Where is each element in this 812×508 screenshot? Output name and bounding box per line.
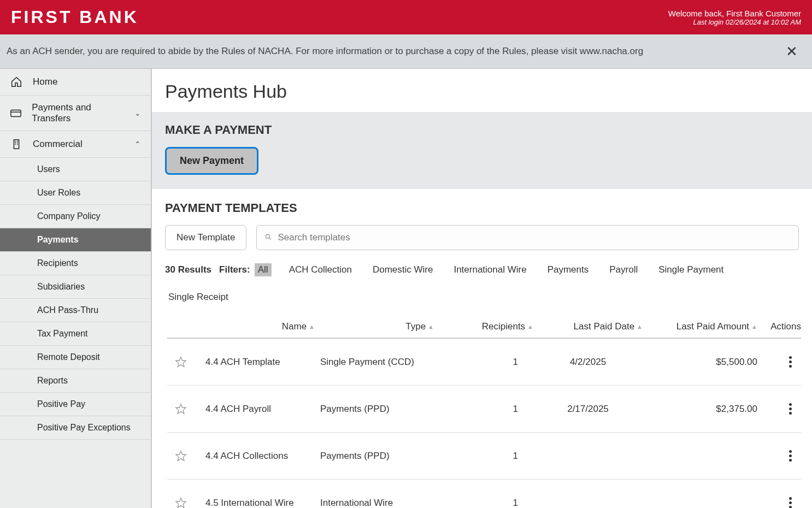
welcome-block: Welcome back, First Bank Customer Last l…	[668, 9, 801, 26]
make-payment-heading: MAKE A PAYMENT	[165, 123, 799, 137]
row-actions-button[interactable]	[784, 401, 797, 417]
sidebar-item-payments-transfers[interactable]: Payments and Transfers ⌄	[0, 96, 151, 131]
cell-type: International Wire	[320, 498, 446, 509]
table-row: 4.5 International Wire International Wir…	[167, 480, 801, 508]
sidebar-item-home[interactable]: Home	[0, 69, 151, 96]
cell-type: Payments (PPD)	[320, 451, 446, 462]
chevron-down-icon: ⌄	[134, 109, 141, 117]
row-actions-button[interactable]	[784, 495, 797, 508]
sidebar-item-label: Commercial	[33, 139, 83, 150]
home-icon	[10, 75, 23, 88]
svg-line-10	[269, 238, 271, 239]
star-icon[interactable]	[175, 497, 187, 509]
templates-table: Name▲ Type▲ Recipients▲ Last Paid Date▲ …	[167, 317, 801, 508]
cell-name: 4.4 ACH Collections	[200, 451, 320, 462]
last-login-text: Last login 02/26/2024 at 10:02 AM	[668, 18, 801, 26]
card-icon	[10, 107, 22, 120]
svg-marker-13	[176, 451, 186, 460]
main-content: Payments Hub MAKE A PAYMENT New Payment …	[152, 69, 812, 508]
sidebar-item-subsidiaries[interactable]: Subsidiaries	[0, 275, 151, 299]
templates-heading: PAYMENT TEMPLATES	[165, 201, 799, 215]
row-actions-button[interactable]	[784, 354, 797, 370]
sort-icon: ▲	[527, 323, 533, 330]
new-payment-button[interactable]: New Payment	[165, 147, 258, 175]
welcome-text: Welcome back, First Bank Customer	[668, 9, 801, 18]
templates-section: PAYMENT TEMPLATES New Template 30 Result…	[152, 189, 812, 309]
results-count: 30 Results	[165, 264, 211, 275]
sidebar-item-payments[interactable]: Payments	[0, 228, 151, 252]
page-title: Payments Hub	[152, 69, 812, 112]
svg-marker-14	[176, 498, 186, 507]
cell-name: 4.4 ACH Payroll	[200, 404, 320, 415]
cell-type: Payments (PPD)	[320, 404, 446, 415]
sidebar-item-recipients[interactable]: Recipients	[0, 252, 151, 275]
filter-all[interactable]: All	[255, 263, 272, 276]
sidebar-item-commercial[interactable]: Commercial ⌃	[0, 131, 151, 158]
search-input[interactable]	[278, 232, 791, 243]
sidebar-item-company-policy[interactable]: Company Policy	[0, 205, 151, 228]
sidebar-item-label: Users	[37, 164, 60, 174]
filter-payments[interactable]: Payments	[544, 263, 592, 276]
chevron-up-icon: ⌃	[134, 140, 141, 149]
star-icon[interactable]	[175, 450, 187, 462]
cell-amount: $5,500.00	[643, 357, 757, 368]
sidebar-item-positive-pay[interactable]: Positive Pay	[0, 393, 151, 416]
sort-icon: ▲	[309, 323, 315, 330]
filter-single-payment[interactable]: Single Payment	[655, 263, 727, 276]
table-row: 4.4 ACH Collections Payments (PPD) 1	[167, 433, 801, 480]
new-template-button[interactable]: New Template	[165, 225, 246, 250]
search-templates-box[interactable]	[256, 225, 799, 250]
filter-single-receipt[interactable]: Single Receipt	[165, 291, 232, 304]
svg-marker-11	[176, 357, 186, 366]
table-row: 4.4 ACH Template Single Payment (CCD) 1 …	[167, 339, 801, 386]
logo: FIRST BANK	[11, 7, 139, 27]
col-last-paid-amount[interactable]: Last Paid Amount▲	[643, 321, 757, 332]
col-name[interactable]: Name▲	[200, 321, 320, 332]
filters-row: 30 Results Filters: All ACH Collection D…	[165, 263, 799, 304]
star-icon[interactable]	[175, 403, 187, 415]
filter-ach-collection[interactable]: ACH Collection	[286, 263, 355, 276]
sort-icon: ▲	[751, 323, 757, 330]
sidebar-item-label: Company Policy	[37, 211, 101, 221]
star-icon[interactable]	[175, 356, 187, 368]
search-icon	[264, 233, 272, 243]
sidebar-item-label: Recipients	[37, 258, 78, 268]
sidebar-item-label: User Roles	[37, 188, 80, 198]
cell-recipients: 1	[446, 404, 533, 415]
building-icon	[10, 138, 23, 151]
sort-icon: ▲	[637, 323, 643, 330]
sidebar-item-label: ACH Pass-Thru	[37, 305, 98, 315]
sidebar-item-label: Payments	[37, 235, 79, 245]
svg-point-9	[266, 234, 270, 238]
col-recipients[interactable]: Recipients▲	[446, 321, 533, 332]
sidebar-item-positive-pay-exceptions[interactable]: Positive Pay Exceptions	[0, 416, 151, 440]
sidebar-item-remote-deposit[interactable]: Remote Deposit	[0, 346, 151, 369]
cell-name: 4.4 ACH Template	[200, 357, 320, 368]
sidebar-item-ach-passthru[interactable]: ACH Pass-Thru	[0, 299, 151, 322]
sidebar-item-users[interactable]: Users	[0, 158, 151, 181]
cell-recipients: 1	[446, 498, 533, 509]
cell-recipients: 1	[446, 357, 533, 368]
row-actions-button[interactable]	[784, 448, 797, 464]
cell-name: 4.5 International Wire	[200, 498, 320, 509]
cell-recipients: 1	[446, 451, 533, 462]
sidebar-item-tax-payment[interactable]: Tax Payment	[0, 322, 151, 346]
sidebar-item-reports[interactable]: Reports	[0, 369, 151, 393]
filter-international-wire[interactable]: International Wire	[450, 263, 529, 276]
sidebar-item-label: Positive Pay Exceptions	[37, 423, 131, 433]
cell-type: Single Payment (CCD)	[320, 357, 446, 368]
sidebar-item-label: Remote Deposit	[37, 352, 100, 362]
col-last-paid-date[interactable]: Last Paid Date▲	[533, 321, 643, 332]
filter-domestic-wire[interactable]: Domestic Wire	[369, 263, 437, 276]
col-type[interactable]: Type▲	[320, 321, 446, 332]
col-actions: Actions	[757, 321, 801, 332]
filter-payroll[interactable]: Payroll	[606, 263, 641, 276]
close-icon[interactable]: ✕	[782, 43, 801, 60]
notice-text: As an ACH sender, you are required to ab…	[7, 46, 643, 57]
sidebar: Home Payments and Transfers ⌄ Commercial…	[0, 69, 152, 508]
make-payment-panel: MAKE A PAYMENT New Payment	[152, 112, 812, 189]
sidebar-item-label: Positive Pay	[37, 399, 85, 409]
top-header: FIRST BANK Welcome back, First Bank Cust…	[0, 0, 812, 34]
cell-date: 4/2/2025	[533, 357, 643, 368]
sidebar-item-user-roles[interactable]: User Roles	[0, 181, 151, 205]
